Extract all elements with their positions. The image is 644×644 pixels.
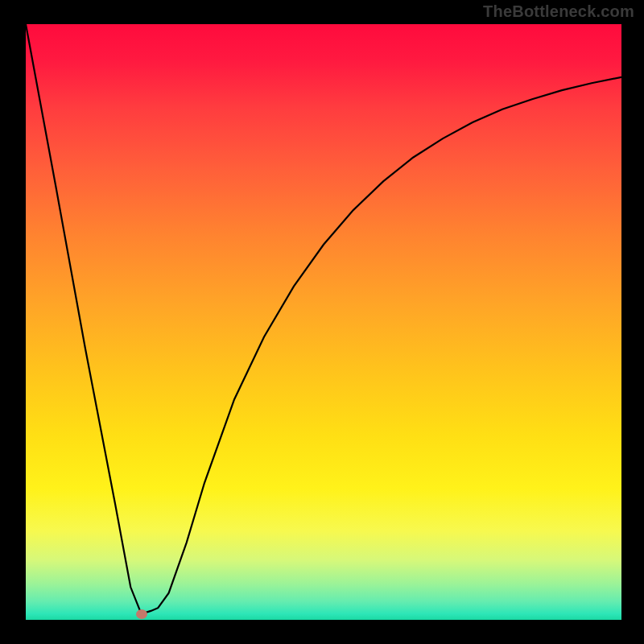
watermark-text: TheBottleneck.com	[483, 2, 634, 21]
bottleneck-curve	[26, 24, 621, 620]
optimal-point-marker	[136, 609, 147, 619]
plot-area	[26, 24, 621, 620]
chart-frame: TheBottleneck.com	[0, 0, 644, 644]
